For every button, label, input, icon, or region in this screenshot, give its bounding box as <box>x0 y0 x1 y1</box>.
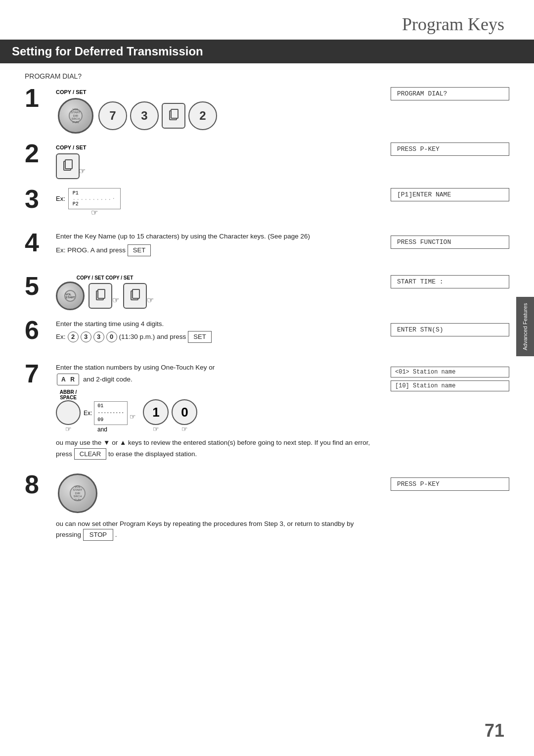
step-5-icon-row: VOLSTART ☞ <box>56 282 154 310</box>
step-6-text1: Enter the starting time using 4 digits. <box>56 319 381 329</box>
ar-btn: A R <box>57 374 79 385</box>
svg-rect-3 <box>65 160 72 169</box>
finger-5a: ☞ <box>112 295 119 305</box>
step-5-dial-group: COPY / SET COPY / SET VOLSTART <box>56 275 154 310</box>
side-tab-text: Advanced Features <box>522 303 529 350</box>
finger-abbr: ☞ <box>65 425 72 433</box>
finger-1: ☞ <box>153 425 159 433</box>
p1p2-container: P1 ..........· P2 ☞ <box>68 188 121 209</box>
finger-icon-3: ☞ <box>91 208 98 217</box>
station-09-text: 09 <box>97 417 124 424</box>
step-7-icons: ABBR / SPACE ☞ Ex: 01 ········· 09 ☞ <box>56 389 381 433</box>
step-6-text2: Ex: 2 3 3 0 (11:30 p.m.) and press SET <box>56 331 381 343</box>
svg-rect-5 <box>98 289 105 298</box>
step-2-content: COPY / SET ☞ <box>52 142 381 179</box>
space-label: SPACE <box>60 395 77 400</box>
station-01-row: Ex: 01 ········· 09 ☞ <box>84 401 136 425</box>
step-4-text1: Enter the Key Name (up to 15 characters)… <box>56 232 381 241</box>
step-1-number: 1 <box>25 85 52 111</box>
step-8-row: 8 VOL START DIRSRCH FUN ou can now se <box>25 473 509 541</box>
step-1-right: PROGRAM DIAL? <box>381 87 509 100</box>
and-code-text: and 2-digit code. <box>83 375 133 384</box>
step-7-note1: ou may use the ▼ or ▲ keys to review the… <box>56 438 381 460</box>
display-program-dial: PROGRAM DIAL? <box>391 87 509 100</box>
step-3-content: Ex: P1 ..........· P2 ☞ <box>52 188 381 209</box>
copy-set-label-5a: COPY / SET COPY / SET <box>77 275 134 281</box>
copy-set-label-1: COPY / SET <box>56 89 87 95</box>
step-1-content: COPY / SET VOL START DIRSRCH FUN 7 <box>52 87 381 134</box>
clear-btn: CLEAR <box>74 448 106 460</box>
step-8-right: PRESS P-KEY <box>381 477 509 491</box>
ex-label-7: Ex: <box>84 410 92 417</box>
step-5-number: 5 <box>25 273 52 299</box>
main-content: PROGRAM DIAL? 1 COPY / SET VOL START DIR… <box>0 72 534 550</box>
nav-dial-labels-8: VOL START DIRSRCH FUN <box>73 485 82 502</box>
set-btn-4: SET <box>128 244 151 256</box>
page-number: 71 <box>485 720 504 741</box>
display-enter-name: [P1]ENTER NAME <box>391 188 509 201</box>
p1p2-box: P1 ..........· P2 <box>68 188 121 209</box>
page-title: Program Keys <box>402 14 504 35</box>
display-press-function: PRESS FUNCTION <box>391 236 509 249</box>
small-dial-inner: VOLSTART <box>64 290 76 302</box>
display-station-10: [10] Station name <box>391 380 509 391</box>
step-2-number: 2 <box>25 141 52 166</box>
copy-icon-5b <box>123 283 147 309</box>
digit-3b: 3 <box>93 331 104 342</box>
key-1-large: 1 <box>143 399 169 425</box>
ex-label-3: Ex: <box>56 195 65 202</box>
step-4-text2: Ex: PROG. A and press SET <box>56 244 381 256</box>
copy-set-label-2: COPY / SET <box>56 144 87 150</box>
nav-dial-1: VOL START DIRSRCH FUN <box>58 98 93 134</box>
display-station-01: <01> Station name <box>391 367 509 378</box>
display-start-time: START TIME : <box>391 275 509 288</box>
key-7: 7 <box>98 101 127 130</box>
station-01-dots: ········· <box>97 410 124 417</box>
page-header: Program Keys <box>0 0 534 40</box>
step-4-row: 4 Enter the Key Name (up to 15 character… <box>25 232 509 266</box>
step-8-dial-wrap: VOL START DIRSRCH FUN <box>56 473 381 513</box>
digit-2: 2 <box>68 331 79 342</box>
svg-rect-1 <box>171 109 178 118</box>
finger-01: ☞ <box>130 413 136 421</box>
station-boxes: <01> Station name [10] Station name <box>391 367 509 393</box>
step-8-text1: ou can now set other Program Keys by rep… <box>56 519 381 541</box>
step-4-right: PRESS FUNCTION <box>381 236 509 249</box>
step-6-content: Enter the starting time using 4 digits. … <box>52 319 381 343</box>
step-5-right: START TIME : <box>381 275 509 288</box>
abbr-group: ABBR / SPACE ☞ <box>56 389 81 433</box>
intro-text: PROGRAM DIAL? <box>25 72 509 80</box>
step-3-icons: Ex: P1 ..........· P2 ☞ <box>56 188 381 209</box>
ex-label-6: Ex: <box>56 332 66 342</box>
copy-icon-2 <box>56 153 80 179</box>
display-press-pkey-2: PRESS P-KEY <box>391 142 509 156</box>
small-dial-5: VOLSTART <box>56 282 85 310</box>
station-01-text: 01 <box>97 403 124 410</box>
digit-0-group: 0 ☞ <box>172 399 197 433</box>
and-label-7: and <box>97 426 107 433</box>
nav-dial-labels: VOL START DIRSRCH FUN <box>71 108 80 124</box>
step-5-row: 5 COPY / SET COPY / SET VOLSTART <box>25 275 509 310</box>
step-4-content: Enter the Key Name (up to 15 characters)… <box>52 232 381 256</box>
step-8-content: VOL START DIRSRCH FUN ou can now set oth… <box>52 473 381 541</box>
step-3-number: 3 <box>25 186 52 212</box>
nav-dial-8: VOL START DIRSRCH FUN <box>58 473 97 513</box>
time-label: (11:30 p.m.) and press <box>119 332 186 342</box>
step-2-row: 2 COPY / SET ☞ PRESS P-KEY <box>25 142 509 179</box>
step-5-icons: COPY / SET COPY / SET VOLSTART <box>56 275 381 310</box>
p1-text: P1 <box>73 190 116 196</box>
digit-0: 0 <box>106 331 117 342</box>
step-7-text2: A R and 2-digit code. <box>56 374 381 385</box>
side-tab: Advanced Features <box>516 297 534 356</box>
key-3: 3 <box>130 101 159 130</box>
step-1-icons: VOL START DIRSRCH FUN 7 3 <box>56 98 381 134</box>
nav-dial-inner: VOL START DIRSRCH FUN <box>69 109 83 123</box>
set-btn-6: SET <box>188 331 211 343</box>
station-ex-group: Ex: 01 ········· 09 ☞ and <box>84 401 136 433</box>
digit-3a: 3 <box>81 331 91 342</box>
step-7-number: 7 <box>25 361 52 386</box>
step-7-row: 7 Enter the station numbers by using One… <box>25 363 509 460</box>
step-2-right: PRESS P-KEY <box>381 142 509 156</box>
p2-text: P2 <box>73 201 116 207</box>
step-5-content: COPY / SET COPY / SET VOLSTART <box>52 275 381 310</box>
